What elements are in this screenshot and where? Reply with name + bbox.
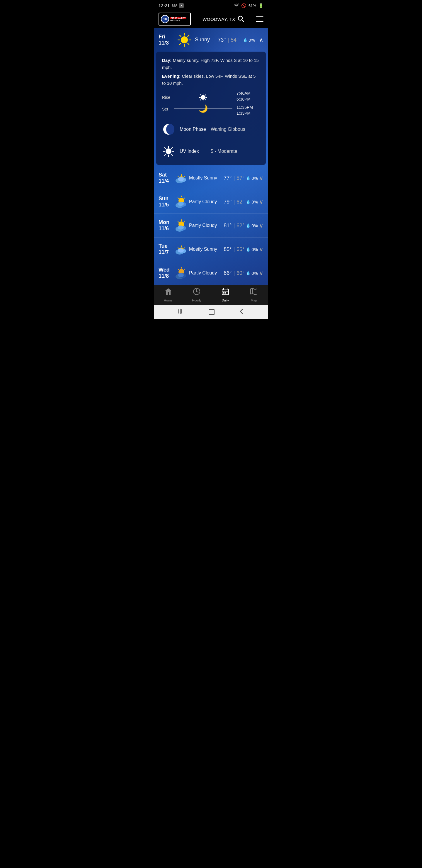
logo-number: 10 [163, 17, 167, 21]
android-nav-bar [154, 305, 268, 319]
evening-label: Evening: [162, 73, 181, 79]
forecast-row-sun[interactable]: Sun 11/5 Partly Cloudy 79° | 62° 💧 0% ∨ [154, 190, 268, 214]
svg-line-65 [178, 269, 179, 270]
forecast-condition-3: Mostly Sunny [189, 246, 224, 252]
forecast-chevron-1[interactable]: ∨ [259, 198, 263, 205]
location-display[interactable]: WOODWAY, TX [202, 16, 244, 23]
forecast-precip-0: 💧 0% [246, 176, 258, 181]
svg-rect-74 [222, 289, 229, 295]
forecast-date-0: 11/4 [159, 178, 174, 184]
forecast-condition-1: Partly Cloudy [189, 199, 224, 205]
moon-set-time: 1:33PM [236, 111, 253, 116]
uv-index-icon [162, 145, 175, 158]
friday-label: Fri 11/3 [159, 34, 174, 46]
friday-low: 54° [231, 37, 238, 43]
moon-track-icon: 🌙 [198, 105, 208, 112]
moon-rise-time: 11:35PM [236, 105, 253, 110]
app-logo[interactable]: 10 FIRST ALERT WEATHER [159, 12, 191, 26]
rise-set-labels: Rise Set [162, 95, 172, 112]
svg-line-64 [184, 269, 185, 270]
forecast-chevron-0[interactable]: ∨ [259, 175, 263, 182]
expand-chevron[interactable]: ∧ [259, 36, 263, 43]
moon-track: 🌙 [174, 104, 232, 113]
svg-line-58 [178, 248, 179, 248]
forecast-temps-4: 86° | 60° [224, 270, 245, 276]
svg-rect-79 [225, 292, 226, 293]
forecast-chevron-4[interactable]: ∨ [259, 270, 263, 277]
nav-daily[interactable]: Daily [211, 287, 240, 302]
status-temp: 66° [171, 3, 177, 8]
friday-high: 73° [218, 37, 226, 43]
forecast-icon-0 [174, 170, 189, 186]
android-recent-button[interactable] [177, 308, 185, 316]
map-icon [250, 287, 258, 297]
no-disturbance-icon: 🚫 [241, 3, 246, 8]
battery-percent: 61% [249, 3, 256, 8]
forecast-temps-0: 77° | 57° [224, 175, 245, 181]
nav-home[interactable]: Home [154, 287, 183, 302]
svg-line-41 [184, 198, 185, 198]
sun-set-time: 6:38PM [236, 97, 253, 101]
svg-rect-78 [223, 292, 225, 293]
svg-point-38 [178, 177, 184, 181]
uv-index-value: 5 - Moderate [211, 149, 237, 154]
svg-point-3 [181, 36, 188, 43]
forecast-condition-2: Partly Cloudy [189, 223, 224, 228]
forecast-chevron-3[interactable]: ∨ [259, 246, 263, 253]
svg-line-2 [242, 20, 244, 22]
nav-map[interactable]: Map [240, 287, 268, 302]
hourly-label: Hourly [192, 299, 201, 302]
forecast-label-1: Sun 11/5 [159, 195, 174, 208]
logo-first-alert: FIRST ALERT [170, 17, 186, 19]
forecast-precip-2: 💧 0% [246, 223, 258, 228]
wifi-icon: + [234, 3, 239, 8]
svg-line-31 [164, 154, 166, 155]
svg-line-57 [184, 248, 185, 248]
forecast-row-wed[interactable]: Wed 11/8 Partly Cloudy 86° | 60° 💧 0% ∨ [154, 261, 268, 285]
svg-point-61 [178, 248, 184, 252]
android-home-button[interactable] [209, 309, 215, 315]
precip-icon-1: 💧 [246, 199, 251, 204]
location-text: WOODWAY, TX [202, 17, 235, 22]
forecast-row-tue[interactable]: Tue 11/7 Mostly Sunny 85° | 65° 💧 0% ∨ [154, 237, 268, 261]
hourly-icon [193, 287, 201, 297]
forecast-high-0: 77° [224, 175, 231, 181]
svg-point-46 [178, 202, 184, 206]
logo-badge: 10 [161, 15, 169, 23]
search-icon[interactable] [238, 16, 244, 23]
forecast-row-mon[interactable]: Mon 11/6 Partly Cloudy 81° | 62° 💧 0% ∨ [154, 214, 268, 237]
svg-line-9 [188, 43, 189, 45]
svg-point-22 [166, 124, 174, 134]
precip-icon-2: 💧 [246, 223, 251, 228]
forecast-temps-3: 85° | 65° [224, 246, 245, 252]
forecast-precip-4: 💧 0% [246, 271, 258, 276]
forecast-high-2: 81° [224, 223, 231, 229]
status-bar: 12:21 66° ✕ + 🚫 61% 🔋 [154, 0, 268, 10]
android-back-button[interactable] [238, 309, 245, 315]
temp-separator: | [227, 37, 229, 43]
svg-marker-80 [251, 288, 257, 295]
forecast-condition-4: Partly Cloudy [189, 270, 224, 276]
forecast-icon-4 [174, 266, 189, 281]
forecast-chevron-2[interactable]: ∨ [259, 222, 263, 229]
svg-line-42 [178, 198, 179, 198]
home-icon [164, 287, 172, 297]
svg-line-50 [178, 221, 179, 222]
forecast-low-3: 65° [236, 246, 245, 252]
menu-button[interactable] [256, 17, 263, 22]
rise-set-times: 7:46AM 6:38PM 11:35PM 1:33PM [236, 91, 253, 116]
day-detail-text: Day: Mainly sunny. High 73F. Winds S at … [162, 57, 260, 71]
svg-line-10 [188, 35, 189, 37]
forecast-date-3: 11/7 [159, 249, 174, 255]
svg-line-34 [184, 176, 185, 177]
forecast-precip-val-2: 0% [252, 223, 258, 228]
status-right: + 🚫 61% 🔋 [234, 3, 263, 8]
moon-phase-icon [162, 123, 175, 136]
forecast-row-sat[interactable]: Sat 11/4 Mostly Sunny 77° | 57° 💧 0% ∨ [154, 166, 268, 190]
forecast-date-4: 11/8 [159, 273, 174, 279]
friday-day-header[interactable]: Fri 11/3 Sunny 73° | [154, 28, 268, 52]
forecast-day-name-0: Sat [159, 172, 174, 178]
sun-track [174, 94, 232, 102]
nav-hourly[interactable]: Hourly [183, 287, 211, 302]
svg-point-23 [166, 148, 171, 154]
